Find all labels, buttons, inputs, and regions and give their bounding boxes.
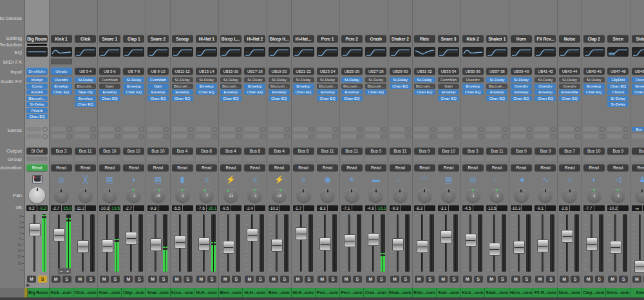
automation-mode-button[interactable]: Read bbox=[341, 164, 363, 171]
output-button[interactable]: Bus 4 bbox=[269, 147, 290, 155]
send-slot[interactable] bbox=[75, 134, 96, 138]
volume-readout[interactable]: -9.1 bbox=[535, 205, 545, 211]
send-level-knob[interactable] bbox=[43, 134, 48, 139]
automation-mode-button[interactable]: Read bbox=[293, 164, 314, 171]
input-button[interactable]: UB19-20 bbox=[269, 68, 290, 75]
fader-track[interactable] bbox=[251, 214, 253, 272]
output-button[interactable]: Bus 11 bbox=[390, 147, 411, 155]
volume-readout[interactable]: -4.9 bbox=[365, 205, 375, 211]
send-destination[interactable] bbox=[607, 127, 622, 131]
send-destination[interactable] bbox=[559, 134, 574, 138]
track-name-segment[interactable]: Nois...oom bbox=[558, 288, 582, 297]
track-name-segment[interactable]: Perc...oom bbox=[340, 288, 365, 297]
audio-fx-slot[interactable]: Gain bbox=[147, 84, 169, 89]
input-button[interactable]: UB 7-8 bbox=[123, 68, 144, 75]
fader-handle[interactable] bbox=[368, 233, 379, 246]
disclosure-triangle-icon[interactable]: ▶ bbox=[26, 283, 30, 288]
send-level-knob[interactable] bbox=[600, 134, 605, 139]
group-slot[interactable] bbox=[172, 156, 193, 161]
send-destination[interactable] bbox=[486, 134, 501, 138]
audio-fx-slot[interactable]: Chan EQ bbox=[99, 96, 120, 101]
audio-fx-slot[interactable]: Envelop bbox=[293, 84, 314, 89]
group-slot[interactable] bbox=[147, 156, 169, 161]
fader-handle[interactable] bbox=[440, 230, 452, 243]
audio-fx-slot[interactable]: Bitcrush... bbox=[486, 84, 507, 89]
strip-zoom-widget[interactable]: − + bbox=[58, 268, 71, 274]
volume-readout[interactable]: -10.3 bbox=[511, 205, 521, 211]
eq-thumbnail[interactable] bbox=[559, 47, 580, 57]
output-button[interactable]: Bus 10 bbox=[99, 147, 120, 155]
send-destination[interactable] bbox=[511, 127, 526, 131]
audio-fx-slot[interactable]: St-Delay bbox=[365, 77, 386, 82]
fader-handle[interactable] bbox=[562, 230, 573, 243]
group-slot[interactable] bbox=[220, 156, 242, 161]
send-level-knob[interactable] bbox=[381, 127, 386, 132]
output-button[interactable]: Bus 3 bbox=[462, 147, 484, 155]
group-slot[interactable] bbox=[51, 156, 72, 161]
audio-fx-slot[interactable]: Chorus bbox=[607, 89, 629, 95]
eq-thumbnail[interactable] bbox=[26, 47, 48, 57]
group-slot[interactable] bbox=[196, 156, 217, 161]
send-destination[interactable] bbox=[75, 134, 90, 138]
send-destination[interactable] bbox=[438, 134, 453, 138]
peak-readout[interactable] bbox=[279, 205, 290, 211]
mute-button[interactable]: M bbox=[124, 276, 133, 283]
send-slot[interactable] bbox=[511, 134, 532, 138]
audio-fx-slot[interactable]: Chan EQ bbox=[51, 89, 72, 95]
input-button[interactable]: UB17-18 bbox=[244, 68, 265, 75]
audio-fx-slot[interactable]: Chan EQ bbox=[462, 89, 484, 95]
send-destination[interactable] bbox=[147, 134, 162, 138]
eq-thumbnail[interactable] bbox=[341, 47, 363, 57]
input-button[interactable]: UB 5-6 bbox=[99, 68, 120, 75]
audio-fx-slot[interactable]: Envelop bbox=[196, 84, 217, 89]
audio-fx-slot[interactable]: St-Delay bbox=[486, 77, 507, 82]
audio-fx-slot[interactable]: St-Delay bbox=[535, 77, 556, 82]
group-slot[interactable] bbox=[365, 156, 386, 161]
send-slot[interactable] bbox=[438, 134, 459, 138]
pan-knob[interactable] bbox=[369, 189, 383, 202]
volume-readout[interactable]: -∞ bbox=[632, 205, 642, 211]
eq-thumbnail[interactable] bbox=[196, 47, 217, 57]
audio-fx-slot[interactable]: St-Delay bbox=[172, 77, 193, 82]
send-destination[interactable] bbox=[26, 127, 41, 131]
channel-setting-button[interactable]: Big Room bbox=[26, 35, 48, 42]
audio-fx-slot[interactable]: Envelop bbox=[123, 84, 144, 89]
volume-readout[interactable]: -9.3 bbox=[390, 205, 400, 211]
pan-knob[interactable] bbox=[55, 189, 68, 202]
eq-thumbnail[interactable] bbox=[365, 47, 386, 57]
audio-fx-slot[interactable]: St-Delay bbox=[511, 77, 532, 82]
output-button[interactable]: Bus 9 bbox=[535, 147, 556, 155]
send-level-knob[interactable] bbox=[285, 134, 290, 139]
audio-fx-slot[interactable]: Chan EQ bbox=[438, 96, 459, 101]
send-level-knob[interactable] bbox=[115, 134, 120, 139]
send-destination[interactable] bbox=[172, 127, 187, 131]
send-level-knob[interactable] bbox=[236, 127, 242, 132]
channel-setting-button[interactable]: FX Rev... bbox=[535, 35, 556, 42]
volume-readout[interactable]: -10.2 bbox=[269, 205, 279, 211]
solo-button[interactable]: S bbox=[522, 276, 531, 283]
audio-fx-slot[interactable]: Envelop bbox=[99, 89, 120, 95]
automation-mode-button[interactable]: Read bbox=[583, 164, 605, 171]
send-slot[interactable] bbox=[220, 134, 242, 138]
send-level-knob[interactable] bbox=[623, 134, 629, 139]
send-slot[interactable] bbox=[99, 134, 120, 138]
audio-fx-slot[interactable]: St-Delay bbox=[196, 77, 217, 82]
volume-readout[interactable]: -2.7 bbox=[123, 205, 133, 211]
send-destination[interactable] bbox=[293, 134, 308, 138]
automation-mode-button[interactable]: Read bbox=[632, 164, 644, 171]
send-destination[interactable] bbox=[99, 127, 114, 131]
peak-readout[interactable] bbox=[618, 205, 629, 211]
automation-mode-button[interactable]: Read bbox=[607, 164, 629, 171]
send-slot[interactable] bbox=[26, 134, 48, 138]
input-button[interactable]: UB11-12 bbox=[172, 68, 193, 75]
audio-fx-slot[interactable]: Bitcrush... bbox=[341, 84, 363, 89]
send-slot[interactable] bbox=[220, 127, 242, 131]
audio-fx-slot[interactable]: Chan EQ bbox=[244, 89, 265, 95]
audio-fx-slot[interactable]: Chan EQ bbox=[607, 84, 629, 89]
send-slot[interactable] bbox=[607, 134, 629, 138]
solo-button[interactable]: S bbox=[353, 276, 362, 283]
volume-readout[interactable]: -7.1 bbox=[341, 205, 352, 211]
pan-knob[interactable] bbox=[297, 189, 310, 202]
peak-readout[interactable]: -19.5 bbox=[110, 205, 120, 211]
track-name-segment[interactable]: Ride...oom bbox=[413, 288, 437, 297]
